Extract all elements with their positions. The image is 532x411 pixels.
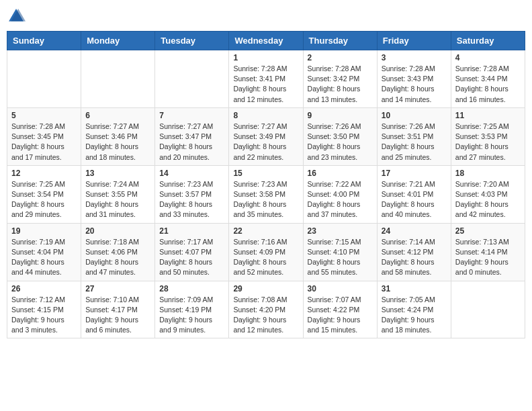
day-info-line: Daylight: 8 hours (455, 142, 508, 150)
day-info-line: Sunset: 4:03 PM (455, 190, 508, 198)
day-info-line: Sunset: 4:19 PM (159, 306, 212, 314)
day-info-line: Daylight: 9 hours (85, 316, 138, 324)
day-info: Sunrise: 7:16 AMSunset: 4:09 PMDaylight:… (233, 237, 298, 278)
day-info-line: Sunrise: 7:19 AM (11, 238, 65, 246)
day-info-line: and 20 minutes. (159, 153, 210, 161)
day-info-line: and 16 minutes. (455, 95, 506, 103)
day-info-line: and 40 minutes. (382, 210, 432, 218)
day-info: Sunrise: 7:21 AMSunset: 4:01 PMDaylight:… (382, 179, 447, 220)
day-number: 8 (233, 111, 298, 120)
day-info-line: Daylight: 8 hours (233, 200, 286, 208)
day-of-week-header: Friday (377, 32, 451, 50)
day-info-line: Sunrise: 7:23 AM (159, 180, 213, 188)
calendar-cell (7, 50, 81, 108)
calendar-cell: 18Sunrise: 7:20 AMSunset: 4:03 PMDayligh… (451, 165, 525, 223)
day-info-line: Sunset: 4:10 PM (308, 248, 360, 256)
day-info: Sunrise: 7:15 AMSunset: 4:10 PMDaylight:… (308, 237, 373, 278)
day-info-line: Sunrise: 7:09 AM (159, 295, 213, 304)
day-info-line: Sunset: 4:06 PM (85, 248, 138, 256)
logo-icon (7, 7, 26, 26)
day-info-line: Sunset: 4:20 PM (233, 306, 285, 314)
day-info: Sunrise: 7:28 AMSunset: 3:44 PMDaylight:… (455, 64, 521, 105)
day-info-line: Daylight: 8 hours (11, 200, 64, 208)
day-info: Sunrise: 7:28 AMSunset: 3:41 PMDaylight:… (233, 64, 298, 105)
day-number: 23 (308, 226, 373, 236)
day-info-line: and 25 minutes. (382, 153, 432, 161)
calendar-cell: 22Sunrise: 7:16 AMSunset: 4:09 PMDayligh… (229, 223, 303, 281)
day-info-line: Sunset: 3:51 PM (382, 132, 434, 140)
day-info-line: Daylight: 9 hours (159, 316, 212, 324)
day-info-line: and 55 minutes. (308, 268, 358, 276)
day-info: Sunrise: 7:28 AMSunset: 3:42 PMDaylight:… (308, 64, 373, 105)
calendar-table: SundayMondayTuesdayWednesdayThursdayFrid… (7, 31, 525, 338)
day-info-line: Daylight: 8 hours (159, 142, 212, 150)
calendar-cell: 16Sunrise: 7:22 AMSunset: 4:00 PMDayligh… (303, 165, 377, 223)
day-info-line: Daylight: 8 hours (308, 85, 361, 93)
calendar-cell: 6Sunrise: 7:27 AMSunset: 3:46 PMDaylight… (81, 107, 155, 165)
day-info-line: Sunset: 4:22 PM (308, 306, 360, 314)
day-number: 11 (455, 111, 521, 120)
day-info-line: and 37 minutes. (308, 210, 358, 218)
day-info-line: Sunrise: 7:18 AM (85, 238, 139, 246)
day-info: Sunrise: 7:07 AMSunset: 4:22 PMDaylight:… (308, 295, 373, 336)
day-info-line: Daylight: 8 hours (159, 200, 212, 208)
day-info-line: and 29 minutes. (11, 210, 62, 218)
day-number: 26 (11, 284, 77, 293)
day-info-line: Sunset: 3:49 PM (233, 132, 285, 140)
calendar-cell: 4Sunrise: 7:28 AMSunset: 3:44 PMDaylight… (451, 50, 525, 108)
day-number: 1 (233, 53, 298, 62)
calendar-cell: 15Sunrise: 7:23 AMSunset: 3:58 PMDayligh… (229, 165, 303, 223)
day-info-line: Sunrise: 7:26 AM (382, 122, 435, 130)
day-info-line: Daylight: 8 hours (308, 258, 361, 266)
day-info-line: and 35 minutes. (233, 210, 283, 218)
calendar-cell: 20Sunrise: 7:18 AMSunset: 4:06 PMDayligh… (81, 223, 155, 281)
day-info: Sunrise: 7:25 AMSunset: 3:54 PMDaylight:… (11, 179, 77, 220)
day-of-week-header: Wednesday (229, 32, 303, 50)
day-number: 12 (11, 169, 77, 178)
day-info-line: Daylight: 8 hours (233, 258, 286, 266)
day-info-line: Daylight: 8 hours (455, 200, 508, 208)
day-info-line: Sunset: 3:43 PM (382, 75, 434, 83)
day-info-line: Sunrise: 7:16 AM (233, 238, 287, 246)
day-number: 3 (382, 53, 447, 62)
day-info-line: Daylight: 8 hours (233, 85, 286, 93)
day-info-line: Daylight: 8 hours (308, 142, 361, 150)
calendar-cell: 3Sunrise: 7:28 AMSunset: 3:43 PMDaylight… (377, 50, 451, 108)
day-number: 31 (382, 284, 447, 293)
day-info: Sunrise: 7:09 AMSunset: 4:19 PMDaylight:… (159, 295, 224, 336)
day-info-line: Sunrise: 7:25 AM (11, 180, 65, 188)
day-info-line: and 58 minutes. (382, 268, 432, 276)
day-info-line: Sunrise: 7:15 AM (308, 238, 361, 246)
day-info: Sunrise: 7:13 AMSunset: 4:14 PMDaylight:… (455, 237, 521, 278)
day-info-line: Sunset: 3:46 PM (85, 132, 138, 140)
day-info: Sunrise: 7:12 AMSunset: 4:15 PMDaylight:… (11, 295, 77, 336)
day-info-line: Sunrise: 7:28 AM (455, 64, 509, 73)
day-info-line: Sunrise: 7:24 AM (85, 180, 139, 188)
day-info-line: Sunrise: 7:28 AM (382, 64, 435, 73)
calendar-cell: 17Sunrise: 7:21 AMSunset: 4:01 PMDayligh… (377, 165, 451, 223)
day-info-line: and 12 minutes. (233, 95, 283, 103)
day-info-line: Sunrise: 7:27 AM (159, 122, 213, 130)
day-info-line: Sunrise: 7:14 AM (382, 238, 435, 246)
day-info-line: Daylight: 8 hours (382, 142, 435, 150)
day-info: Sunrise: 7:26 AMSunset: 3:51 PMDaylight:… (382, 122, 447, 163)
calendar-week-row: 19Sunrise: 7:19 AMSunset: 4:04 PMDayligh… (7, 223, 525, 281)
day-number: 18 (455, 169, 521, 178)
day-info-line: Sunset: 3:57 PM (159, 190, 212, 198)
day-info-line: Sunrise: 7:21 AM (382, 180, 435, 188)
day-info-line: Daylight: 9 hours (455, 258, 508, 266)
day-number: 2 (308, 53, 373, 62)
day-info: Sunrise: 7:26 AMSunset: 3:50 PMDaylight:… (308, 122, 373, 163)
day-info-line: Sunset: 4:07 PM (159, 248, 212, 256)
calendar-cell: 25Sunrise: 7:13 AMSunset: 4:14 PMDayligh… (451, 223, 525, 281)
day-of-week-header: Saturday (451, 32, 525, 50)
calendar-cell: 27Sunrise: 7:10 AMSunset: 4:17 PMDayligh… (81, 281, 155, 338)
day-info: Sunrise: 7:25 AMSunset: 3:53 PMDaylight:… (455, 122, 521, 163)
calendar-cell: 8Sunrise: 7:27 AMSunset: 3:49 PMDaylight… (229, 107, 303, 165)
calendar-cell: 13Sunrise: 7:24 AMSunset: 3:55 PMDayligh… (81, 165, 155, 223)
day-info-line: Sunrise: 7:13 AM (455, 238, 509, 246)
day-number: 16 (308, 169, 373, 178)
day-info-line: and 47 minutes. (85, 268, 136, 276)
day-number: 17 (382, 169, 447, 178)
day-info-line: Sunset: 4:12 PM (382, 248, 434, 256)
